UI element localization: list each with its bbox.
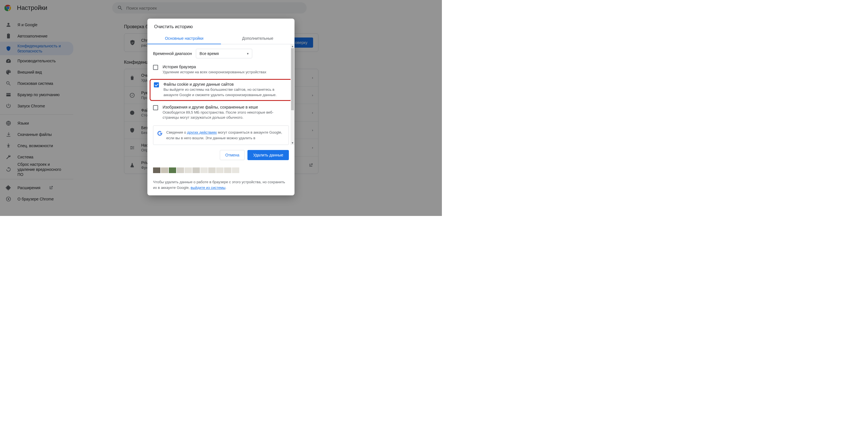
google-g-icon	[157, 130, 163, 137]
redacted-strip	[153, 168, 289, 173]
checkbox-cookies[interactable]	[154, 82, 159, 87]
cancel-button[interactable]: Отмена	[220, 150, 245, 160]
checkbox-browsing-history[interactable]	[153, 65, 158, 70]
opt-cache-title: Изображения и другие файлы, сохраненные …	[163, 105, 287, 110]
dialog-scrollbar[interactable]: ▲ ▼	[290, 44, 294, 145]
checkbox-cache[interactable]	[153, 105, 158, 110]
tab-basic[interactable]: Основные настройки	[147, 33, 221, 44]
dialog-title: Очистить историю	[147, 19, 294, 33]
opt-cookies-desc: Вы выйдете из системы на большинстве сай…	[163, 87, 286, 98]
google-account-info: Сведения о других действиях могут сохран…	[153, 125, 289, 145]
dropdown-arrow-icon: ▼	[246, 52, 249, 55]
tab-advanced[interactable]: Дополнительные	[221, 33, 294, 44]
signout-footnote: Чтобы удалить данные о работе в браузере…	[147, 174, 294, 195]
opt-cookies-title: Файлы cookie и другие данные сайтов	[163, 82, 286, 87]
sign-out-link[interactable]: выйдите из системы	[190, 185, 225, 190]
time-range-select[interactable]: Все время ▼	[196, 49, 252, 58]
modal-overlay: Очистить историю Основные настройки Допо…	[0, 0, 442, 216]
clear-data-button[interactable]: Удалить данные	[247, 150, 289, 160]
info-text-1: Сведения о	[166, 130, 187, 134]
time-range-label: Временной диапазон	[153, 51, 192, 56]
opt-history-desc: Удаление истории на всех синхронизирован…	[163, 70, 266, 75]
opt-history-title: История браузера	[163, 65, 266, 69]
other-activity-link[interactable]: других действиях	[187, 130, 217, 134]
time-range-value: Все время	[199, 51, 219, 56]
clear-browsing-data-dialog: Очистить историю Основные настройки Допо…	[147, 19, 294, 195]
opt-cache-desc: Освободится 89,5 МБ пространства. После …	[163, 110, 287, 121]
